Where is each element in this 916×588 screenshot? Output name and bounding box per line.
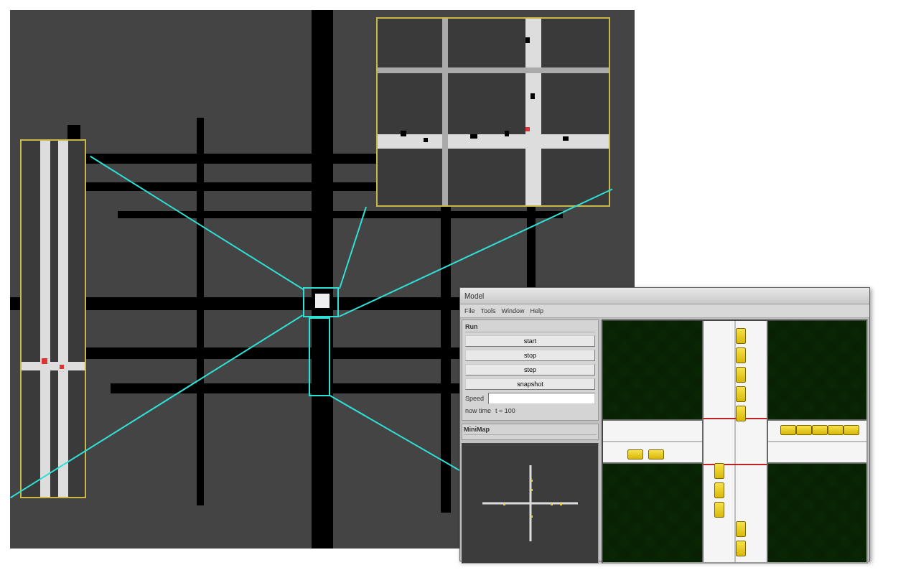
- start-button[interactable]: start: [465, 335, 595, 347]
- vehicle: [843, 425, 859, 435]
- vehicle: [828, 425, 843, 435]
- vehicle: [780, 425, 796, 435]
- vehicle: [714, 502, 724, 518]
- view3d-canvas[interactable]: [602, 319, 868, 564]
- stop-button[interactable]: stop: [465, 350, 595, 361]
- selection-box-center: [303, 287, 339, 317]
- vehicle: [736, 521, 746, 537]
- sim-window-title: Model: [464, 292, 484, 300]
- inset-zoom-left: [20, 139, 86, 498]
- vehicle: [648, 449, 664, 459]
- time-label: now time: [465, 407, 491, 414]
- minimap-canvas[interactable]: [462, 443, 599, 564]
- snapshot-button[interactable]: snapshot: [465, 378, 595, 390]
- speed-input[interactable]: [488, 393, 595, 404]
- sim-window-titlebar[interactable]: Model: [460, 288, 869, 304]
- time-value: t = 100: [495, 407, 515, 414]
- menu-tools[interactable]: Tools: [481, 307, 496, 314]
- control-panel-title: Run: [465, 323, 595, 332]
- step-button[interactable]: step: [465, 364, 595, 375]
- vehicle: [736, 386, 746, 402]
- speed-label: Speed: [465, 395, 484, 402]
- menu-window[interactable]: Window: [502, 307, 525, 314]
- minimap-title: MiniMap: [464, 426, 597, 435]
- vehicle: [736, 367, 746, 383]
- vehicle: [796, 425, 812, 435]
- menu-help[interactable]: Help: [531, 307, 544, 314]
- inset-zoom-top-right: [376, 17, 610, 207]
- sim-menubar[interactable]: File Tools Window Help: [460, 304, 869, 318]
- vehicle: [736, 406, 746, 421]
- selection-box-south: [309, 317, 330, 396]
- minimap-panel: MiniMap: [462, 424, 599, 440]
- vehicle: [736, 541, 746, 556]
- vehicle: [714, 463, 724, 479]
- vehicle: [627, 449, 643, 459]
- menu-file[interactable]: File: [464, 307, 475, 314]
- simulation-window[interactable]: Model File Tools Window Help Run start s…: [459, 287, 870, 561]
- vehicle: [812, 425, 828, 435]
- vehicle: [736, 347, 746, 363]
- vehicle: [714, 482, 724, 498]
- vehicle: [736, 328, 746, 344]
- control-panel: Run start stop step snapshot Speed now t…: [462, 319, 599, 421]
